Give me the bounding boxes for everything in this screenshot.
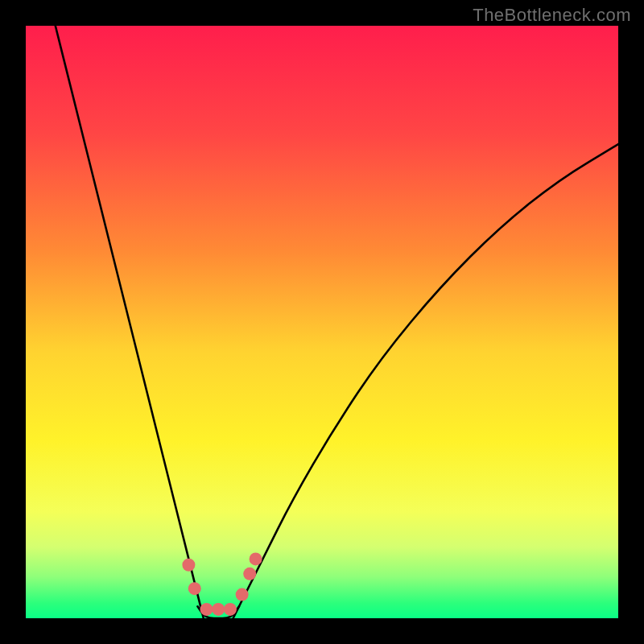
watermark-text: TheBottleneck.com [473,5,631,26]
data-marker [212,603,225,616]
plot-background [26,26,618,618]
data-marker [243,568,256,580]
data-marker [200,603,213,616]
data-marker [236,588,249,601]
data-marker [182,559,195,572]
data-marker [250,552,262,565]
data-marker [188,582,201,595]
data-marker [224,603,237,616]
bottleneck-chart [0,0,644,644]
